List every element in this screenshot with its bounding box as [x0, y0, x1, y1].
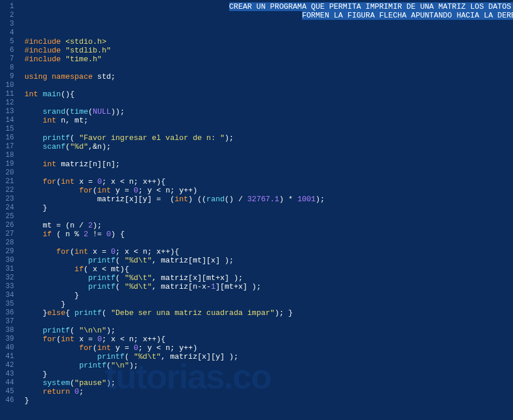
- code-line[interactable]: [24, 20, 513, 29]
- code-line[interactable]: [24, 99, 513, 107]
- code-line[interactable]: FORMEN LA FIGURA FLECHA APUNTANDO HACIA …: [24, 11, 513, 20]
- code-line[interactable]: }: [24, 291, 513, 300]
- line-number: 34: [2, 291, 14, 300]
- code-line[interactable]: }else{ printf( "Debe ser una matriz cuad…: [24, 309, 513, 317]
- code-line[interactable]: printf("\n");: [24, 361, 513, 370]
- line-number: 35: [2, 300, 14, 309]
- line-number: 11: [2, 90, 14, 99]
- code-line[interactable]: for(int x = 0; x < n; x++){: [24, 177, 513, 186]
- line-number: 22: [2, 186, 14, 195]
- code-line[interactable]: if( x < mt){: [24, 265, 513, 274]
- line-number: 2: [2, 11, 14, 20]
- line-number: 9: [2, 72, 14, 81]
- line-number: 5: [2, 37, 14, 46]
- line-number: 12: [2, 99, 14, 107]
- line-number: 4: [2, 29, 14, 37]
- code-line[interactable]: matriz[x][y] = (int) ((rand() / 32767.1)…: [24, 195, 513, 204]
- code-line[interactable]: system("pause");: [24, 379, 513, 387]
- line-number: 18: [2, 151, 14, 160]
- line-number: 44: [2, 379, 14, 387]
- code-line[interactable]: [24, 239, 513, 247]
- code-line[interactable]: for(int x = 0; x < n; x++){: [24, 247, 513, 256]
- code-line[interactable]: printf( "\n\n");: [24, 326, 513, 335]
- code-line[interactable]: for(int y = 0; y < n; y++): [24, 344, 513, 352]
- code-line[interactable]: return 0;: [24, 387, 513, 396]
- code-line[interactable]: }: [24, 204, 513, 212]
- code-line[interactable]: [24, 125, 513, 134]
- line-number: 32: [2, 274, 14, 282]
- code-line[interactable]: printf( "%d\t", matriz[mt][x] );: [24, 256, 513, 265]
- code-line[interactable]: srand(time(NULL));: [24, 107, 513, 116]
- line-number: 7: [2, 55, 14, 64]
- line-number: 31: [2, 265, 14, 274]
- line-number: 39: [2, 335, 14, 344]
- line-number: 38: [2, 326, 14, 335]
- code-line[interactable]: [24, 212, 513, 221]
- code-line[interactable]: printf( "%d\t", matriz[x][mt+x] );: [24, 274, 513, 282]
- line-number: 37: [2, 317, 14, 326]
- code-line[interactable]: if ( n % 2 != 0) {: [24, 230, 513, 239]
- line-number: 27: [2, 230, 14, 239]
- line-number: 10: [2, 81, 14, 90]
- line-number: 21: [2, 177, 14, 186]
- line-number: 16: [2, 134, 14, 142]
- line-number: 36: [2, 309, 14, 317]
- line-number: 1: [2, 2, 14, 11]
- line-number: 30: [2, 256, 14, 265]
- code-line[interactable]: int matriz[n][n];: [24, 160, 513, 169]
- line-number: 13: [2, 107, 14, 116]
- line-number-gutter: 1234567891011121314151617181920212223242…: [0, 0, 19, 420]
- line-number: 3: [2, 20, 14, 29]
- line-number: 26: [2, 221, 14, 230]
- line-number: 17: [2, 142, 14, 151]
- code-line[interactable]: }: [24, 396, 513, 405]
- line-number: 24: [2, 204, 14, 212]
- line-number: 20: [2, 169, 14, 177]
- line-number: 15: [2, 125, 14, 134]
- code-line[interactable]: #include <stdio.h>: [24, 37, 513, 46]
- line-number: 41: [2, 352, 14, 361]
- code-line[interactable]: int main(){: [24, 90, 513, 99]
- code-line[interactable]: int n, mt;: [24, 116, 513, 125]
- code-line[interactable]: [24, 29, 513, 37]
- line-number: 42: [2, 361, 14, 370]
- code-line[interactable]: [24, 169, 513, 177]
- line-number: 43: [2, 370, 14, 379]
- line-number: 46: [2, 396, 14, 405]
- code-line[interactable]: printf( "%d\t", matriz[x][y] );: [24, 352, 513, 361]
- code-editor: 1234567891011121314151617181920212223242…: [0, 0, 513, 420]
- code-line[interactable]: for(int x = 0; x < n; x++){: [24, 335, 513, 344]
- line-number: 25: [2, 212, 14, 221]
- line-number: 40: [2, 344, 14, 352]
- code-line[interactable]: printf( "Favor ingresar el valor de n: "…: [24, 134, 513, 142]
- code-content[interactable]: CREAR UN PROGRAMA QUE PERMITA IMPRIMIR D…: [19, 0, 513, 420]
- code-line[interactable]: mt = (n / 2);: [24, 221, 513, 230]
- line-number: 19: [2, 160, 14, 169]
- line-number: 14: [2, 116, 14, 125]
- line-number: 6: [2, 46, 14, 55]
- line-number: 23: [2, 195, 14, 204]
- code-line[interactable]: printf( "%d\t", matriz[n-x-1][mt+x] );: [24, 282, 513, 291]
- line-number: 33: [2, 282, 14, 291]
- code-line[interactable]: }: [24, 300, 513, 309]
- line-number: 8: [2, 64, 14, 72]
- code-line[interactable]: for(int y = 0; y < n; y++): [24, 186, 513, 195]
- code-line[interactable]: [24, 151, 513, 160]
- code-line[interactable]: [24, 81, 513, 90]
- code-line[interactable]: #include "time.h": [24, 55, 513, 64]
- line-number: 28: [2, 239, 14, 247]
- code-line[interactable]: CREAR UN PROGRAMA QUE PERMITA IMPRIMIR D…: [24, 2, 513, 11]
- code-line[interactable]: [24, 64, 513, 72]
- line-number: 45: [2, 387, 14, 396]
- line-number: 29: [2, 247, 14, 256]
- code-line[interactable]: [24, 317, 513, 326]
- code-line[interactable]: }: [24, 370, 513, 379]
- code-line[interactable]: using namespace std;: [24, 72, 513, 81]
- code-line[interactable]: #include "stdlib.h": [24, 46, 513, 55]
- code-line[interactable]: scanf("%d",&n);: [24, 142, 513, 151]
